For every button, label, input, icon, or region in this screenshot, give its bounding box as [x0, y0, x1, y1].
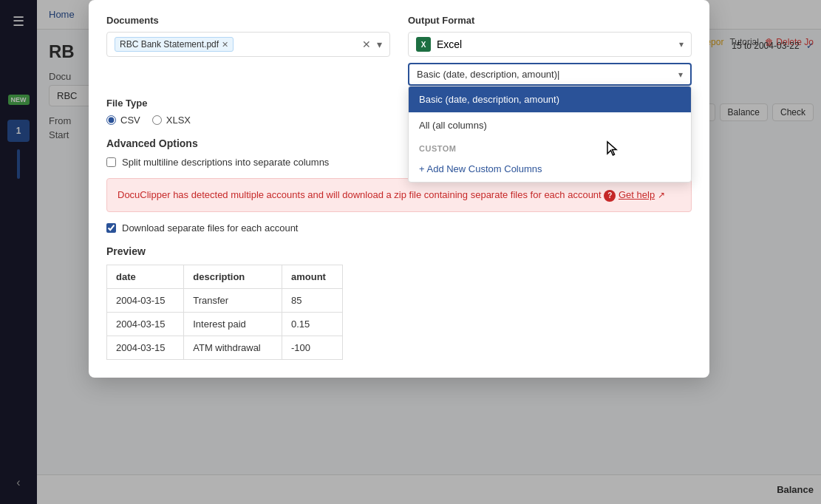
file-tag-close-icon[interactable]: ✕: [222, 40, 228, 50]
split-multiline-label: Split multiline descriptions into separa…: [122, 157, 329, 168]
download-separate-checkbox[interactable]: [106, 223, 116, 233]
output-type-menu: Basic (date, description, amount) All (a…: [408, 86, 692, 183]
warning-box: DocuClipper has detected multiple accoun…: [106, 178, 692, 212]
excel-format-select[interactable]: X Excel ▾: [408, 32, 692, 57]
help-icon[interactable]: ?: [604, 190, 616, 202]
download-checkbox-row: Download separate files for each account: [106, 222, 692, 234]
dropdown-item-all[interactable]: All (all columns): [409, 112, 691, 138]
table-cell: Interest paid: [184, 312, 282, 336]
external-link-icon[interactable]: ↗: [658, 190, 665, 200]
custom-section-label: CUSTOM: [409, 138, 691, 156]
modal-dialog: Documents RBC Bank Statement.pdf ✕ ✕ ▾ O…: [89, 0, 709, 378]
table-cell: 2004-03-15: [107, 288, 184, 312]
table-cell: ATM withdrawal: [184, 336, 282, 359]
documents-label: Documents: [106, 15, 390, 26]
xlsx-radio[interactable]: [152, 115, 162, 125]
file-dropdown-icon[interactable]: ▾: [377, 38, 382, 50]
output-type-arrow-icon[interactable]: ▾: [678, 69, 683, 80]
table-cell: 85: [282, 288, 343, 312]
table-row: 2004-03-15ATM withdrawal-100: [107, 336, 343, 359]
file-tag: RBC Bank Statement.pdf ✕: [115, 37, 234, 52]
col-header-date: date: [107, 265, 184, 288]
warning-text: DocuClipper has detected multiple accoun…: [117, 189, 602, 200]
preview-table: date description amount 2004-03-15Transf…: [106, 265, 343, 360]
table-cell: Transfer: [184, 288, 282, 312]
col-header-description: description: [184, 265, 282, 288]
output-type-select[interactable]: Basic (date, description, amount)| ▾: [408, 63, 692, 86]
csv-radio-label[interactable]: CSV: [106, 115, 140, 126]
csv-radio[interactable]: [106, 115, 116, 125]
table-cell: 2004-03-15: [107, 312, 184, 336]
split-multiline-checkbox[interactable]: [106, 157, 116, 167]
documents-section: Documents RBC Bank Statement.pdf ✕ ✕ ▾: [106, 15, 390, 86]
file-clear-icon[interactable]: ✕: [362, 38, 371, 50]
excel-label: Excel: [437, 38, 462, 50]
file-input-area[interactable]: RBC Bank Statement.pdf ✕ ✕ ▾: [106, 32, 390, 57]
add-custom-columns-item[interactable]: + Add New Custom Columns: [409, 156, 691, 182]
output-format-section: Output Format X Excel ▾ Basic (date, des…: [408, 15, 692, 86]
dropdown-item-basic[interactable]: Basic (date, description, amount): [409, 86, 691, 112]
download-checkbox-label: Download separate files for each account: [122, 222, 298, 234]
table-row: 2004-03-15Interest paid0.15: [107, 312, 343, 336]
output-format-label: Output Format: [408, 15, 692, 26]
excel-icon: X: [416, 37, 431, 52]
get-help-link[interactable]: Get help: [619, 189, 655, 200]
preview-table-header-row: date description amount: [107, 265, 343, 288]
table-cell: -100: [282, 336, 343, 359]
col-header-amount: amount: [282, 265, 343, 288]
table-row: 2004-03-15Transfer85: [107, 288, 343, 312]
table-cell: 2004-03-15: [107, 336, 184, 359]
xlsx-radio-label[interactable]: XLSX: [152, 115, 191, 126]
preview-title: Preview: [106, 245, 692, 257]
output-type-dropdown: Basic (date, description, amount)| ▾ Bas…: [408, 63, 692, 86]
excel-dropdown-icon[interactable]: ▾: [679, 39, 684, 50]
table-cell: 0.15: [282, 312, 343, 336]
output-type-value: Basic (date, description, amount)|: [417, 69, 672, 80]
